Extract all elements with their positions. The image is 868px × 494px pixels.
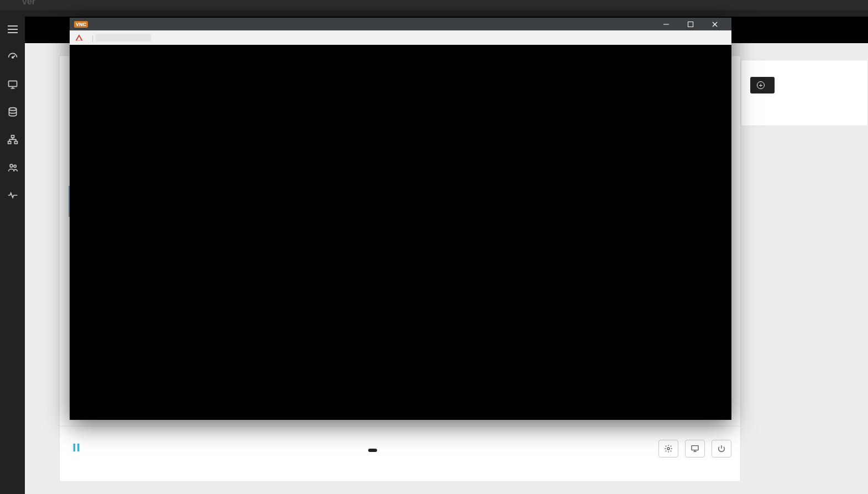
brand-fragment: ver (22, 0, 35, 7)
dashboard-icon[interactable] (7, 51, 19, 63)
svg-rect-4 (8, 142, 11, 144)
chrome-window: VNC | (70, 18, 731, 420)
chrome-addressbar[interactable]: | (70, 30, 731, 45)
bg-create-panel: + (741, 60, 868, 126)
svg-rect-5 (14, 142, 17, 144)
svg-rect-14 (79, 39, 79, 40)
plus-circle-icon: + (757, 81, 765, 89)
monitor-icon[interactable] (7, 79, 19, 91)
bg-sidebar (0, 17, 25, 494)
svg-rect-12 (688, 22, 693, 27)
vm-row[interactable] (60, 426, 740, 470)
chrome-titlebar[interactable]: VNC (70, 18, 731, 30)
url-host-blurred (96, 34, 151, 41)
pause-icon (70, 441, 82, 456)
vm-power-button[interactable] (712, 440, 731, 457)
vm-pause-button[interactable] (60, 441, 93, 456)
svg-point-6 (10, 164, 13, 167)
bg-browser-tabbar: ver (0, 0, 868, 10)
hamburger-icon[interactable] (7, 23, 19, 35)
heartbeat-icon[interactable] (7, 189, 19, 201)
svg-rect-3 (11, 136, 14, 138)
bg-add-node-button[interactable]: + (750, 77, 775, 93)
vm-console-button[interactable] (685, 440, 705, 457)
window-maximize-button[interactable] (678, 18, 703, 30)
window-minimize-button[interactable] (654, 18, 678, 30)
htop-terminal[interactable] (70, 45, 731, 420)
window-close-button[interactable] (703, 18, 727, 30)
vnc-favicon-icon: VNC (74, 21, 88, 28)
svg-rect-1 (8, 81, 17, 86)
users-icon[interactable] (7, 162, 19, 174)
bg-create-title (741, 60, 867, 74)
svg-point-2 (9, 108, 16, 111)
svg-rect-8 (74, 443, 76, 451)
insecure-warning[interactable] (75, 34, 86, 41)
svg-rect-9 (77, 443, 80, 451)
vm-tooltip-badge (368, 449, 377, 452)
svg-rect-11 (692, 445, 698, 450)
network-icon[interactable] (7, 134, 19, 146)
svg-rect-13 (79, 37, 79, 39)
vm-settings-button[interactable] (658, 440, 678, 457)
warning-triangle-icon (75, 34, 83, 41)
svg-point-10 (667, 448, 670, 450)
database-icon[interactable] (7, 106, 19, 118)
svg-point-7 (14, 165, 16, 167)
